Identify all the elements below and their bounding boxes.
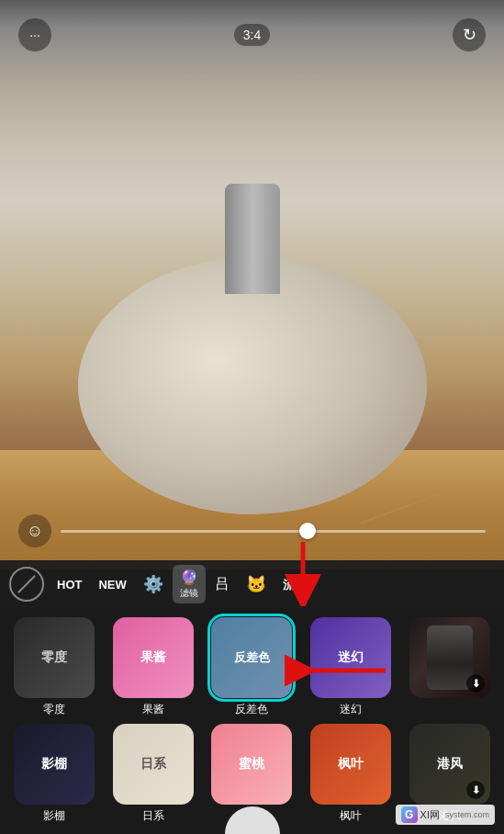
filter-peach-label-inner: 蜜桃 [239, 756, 264, 772]
filter-inverse[interactable]: 反差色 反差色 [206, 617, 299, 718]
watermark: G XI网 system.com [396, 805, 495, 825]
filter-zero[interactable]: 零度 零度 [7, 617, 101, 718]
tab-hot-label: HOT [57, 578, 82, 592]
face-icon: ☺ [18, 514, 51, 547]
filter-fruit-jam-thumb: 果酱 [113, 617, 194, 698]
filter-hk-download: ⬇ [466, 781, 485, 799]
filter-japan-thumb: 日系 [113, 724, 194, 805]
filter-mj[interactable]: ⬇ [403, 617, 497, 718]
filter-maple-label-inner: 枫叶 [338, 756, 364, 772]
filter-grid: 零度 零度 果酱 果酱 反差色 反差色 迷幻 迷幻 ⬇ 影棚 影棚 [0, 608, 504, 834]
filter-maple-thumb: 枫叶 [310, 724, 391, 805]
filter-maple-label: 枫叶 [340, 808, 362, 824]
cat-icon: 🐱 [246, 574, 266, 594]
filter-peach-thumb: 蜜桃 [211, 724, 292, 805]
lv-icon: 吕 [215, 575, 230, 594]
filter-hk-label-inner: 港风 [437, 756, 463, 772]
filter-tabs-row: HOT NEW ⚙️ 🔮 滤镜 吕 🐱 流行 [0, 560, 504, 608]
filter-zero-label: 零度 [43, 702, 65, 717]
filter-inverse-label-inner: 反差色 [234, 649, 270, 666]
tab-gear[interactable]: ⚙️ [136, 570, 171, 598]
filter-hk-thumb: 港风 ⬇ [409, 724, 490, 805]
filter-japan-label: 日系 [142, 808, 164, 824]
filter-icon: 🔮 [180, 569, 198, 586]
tab-popular-label: 流行 [283, 577, 307, 593]
filter-inverse-label: 反差色 [235, 702, 268, 717]
tab-new[interactable]: NEW [91, 573, 133, 595]
watermark-text: XI网 [420, 808, 440, 822]
filter-mj-thumb: ⬇ [409, 617, 490, 698]
filter-maple[interactable]: 枫叶 枫叶 [304, 724, 398, 825]
shutter-area [225, 806, 280, 834]
filter-inverse-thumb: 反差色 [211, 617, 292, 698]
filter-mj-download: ⬇ [466, 674, 485, 693]
filter-shadow-thumb: 影棚 [14, 724, 95, 805]
tab-filter-label: 滤镜 [180, 587, 198, 600]
filter-fantasy[interactable]: 迷幻 迷幻 [304, 617, 398, 718]
aspect-ratio-button[interactable]: 3:4 [234, 24, 270, 46]
filter-fantasy-thumb: 迷幻 [310, 617, 391, 698]
watermark-domain: system.com [445, 810, 489, 819]
tab-cat[interactable]: 🐱 [239, 570, 274, 598]
top-controls: ··· 3:4 ↻ [0, 18, 504, 51]
shutter-handle [225, 806, 280, 834]
rotate-button[interactable]: ↻ [453, 18, 486, 51]
tab-popular[interactable]: 流行 [275, 572, 314, 597]
filter-fantasy-label-inner: 迷幻 [338, 649, 364, 666]
beauty-slider-thumb[interactable] [299, 523, 316, 539]
filter-japan-label-inner: 日系 [140, 756, 166, 772]
filter-fruit-jam-label: 果酱 [142, 702, 164, 717]
filter-shadow-label-inner: 影棚 [41, 756, 67, 772]
camera-viewfinder [0, 0, 504, 569]
filter-shadow-label: 影棚 [43, 808, 65, 824]
filter-japan[interactable]: 日系 日系 [106, 724, 200, 825]
filter-shadow[interactable]: 影棚 影棚 [7, 724, 101, 825]
filter-zero-thumb: 零度 [14, 617, 95, 698]
filter-fruit-jam-label-inner: 果酱 [140, 649, 166, 666]
tab-lv[interactable]: 吕 [207, 571, 237, 598]
filter-fruit-jam[interactable]: 果酱 果酱 [106, 617, 200, 718]
no-filter-tab[interactable] [9, 567, 44, 602]
beauty-slider-row: ☺ [0, 514, 504, 547]
filter-fantasy-label: 迷幻 [340, 702, 362, 717]
gear-icon: ⚙️ [143, 574, 163, 594]
filter-zero-label-inner: 零度 [41, 649, 67, 666]
beauty-slider-track[interactable] [61, 530, 486, 533]
watermark-logo: G [401, 806, 418, 823]
more-button[interactable]: ··· [18, 18, 51, 51]
tab-new-label: NEW [98, 578, 126, 592]
tab-hot[interactable]: HOT [50, 573, 89, 595]
tab-filter[interactable]: 🔮 滤镜 [173, 565, 206, 603]
